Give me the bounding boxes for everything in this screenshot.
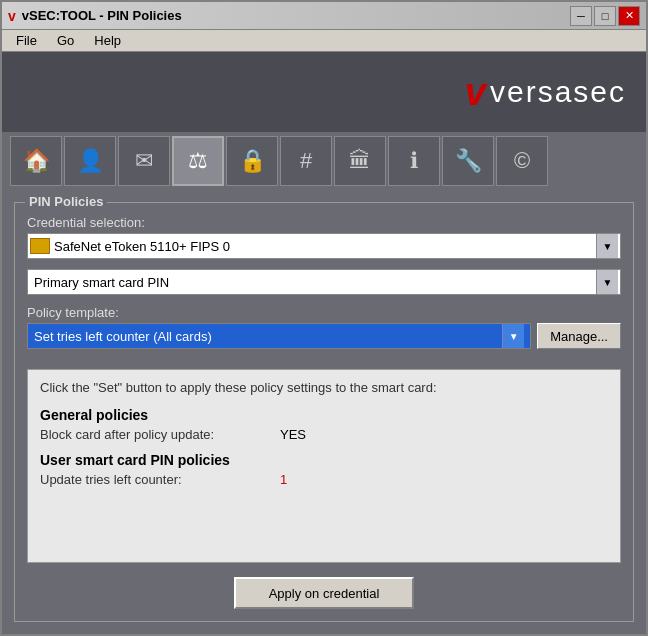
policy-template-inner[interactable]: Set tries left counter (All cards) ▼ [27, 323, 531, 349]
block-card-label: Block card after policy update: [40, 427, 280, 442]
update-tries-row: Update tries left counter: 1 [40, 472, 608, 487]
pin-type-row: Primary smart card PIN ▼ [27, 269, 621, 295]
title-bar: v vSEC:TOOL - PIN Policies ─ □ ✕ [2, 2, 646, 30]
info-box: Click the "Set" button to apply these po… [27, 369, 621, 563]
policy-template-dropdown-arrow[interactable]: ▼ [502, 324, 524, 348]
user-pin-title: User smart card PIN policies [40, 452, 608, 468]
info-instruction: Click the "Set" button to apply these po… [40, 380, 608, 395]
toolbar-home[interactable]: 🏠 [10, 136, 62, 186]
pin-type-value: Primary smart card PIN [30, 275, 596, 290]
close-button[interactable]: ✕ [618, 6, 640, 26]
block-card-row: Block card after policy update: YES [40, 427, 608, 442]
credential-value: SafeNet eToken 5110+ FIPS 0 [54, 239, 596, 254]
policy-template-section: Policy template: Set tries left counter … [27, 305, 621, 359]
window-title: vSEC:TOOL - PIN Policies [22, 8, 182, 23]
main-window: v vSEC:TOOL - PIN Policies ─ □ ✕ File Go… [0, 0, 648, 636]
credential-selection-row: Credential selection: SafeNet eToken 511… [27, 215, 621, 259]
toolbar-mail[interactable]: ✉ [118, 136, 170, 186]
toolbar-tools[interactable]: 🔧 [442, 136, 494, 186]
policy-template-label: Policy template: [27, 305, 621, 320]
menu-bar: File Go Help [2, 30, 646, 52]
toolbar-keyboard[interactable]: # [280, 136, 332, 186]
credential-selection-label: Credential selection: [27, 215, 621, 230]
pin-type-select[interactable]: Primary smart card PIN ▼ [27, 269, 621, 295]
toolbar-about[interactable]: © [496, 136, 548, 186]
apply-on-credential-button[interactable]: Apply on credential [234, 577, 414, 609]
toolbar-bank[interactable]: 🏛 [334, 136, 386, 186]
credential-select[interactable]: SafeNet eToken 5110+ FIPS 0 ▼ [27, 233, 621, 259]
toolbar-policy[interactable]: ⚖ [172, 136, 224, 186]
logo: v versasec [465, 73, 626, 111]
pin-type-dropdown-arrow[interactable]: ▼ [596, 270, 618, 294]
manage-button[interactable]: Manage... [537, 323, 621, 349]
title-bar-left: v vSEC:TOOL - PIN Policies [8, 8, 182, 24]
general-policies-title: General policies [40, 407, 608, 423]
minimize-button[interactable]: ─ [570, 6, 592, 26]
update-tries-value: 1 [280, 472, 287, 487]
toolbar-lock[interactable]: 🔒 [226, 136, 278, 186]
update-tries-label: Update tries left counter: [40, 472, 280, 487]
pin-policies-group: PIN Policies Credential selection: SafeN… [14, 202, 634, 622]
maximize-button[interactable]: □ [594, 6, 616, 26]
menu-help[interactable]: Help [84, 31, 131, 50]
credential-dropdown-arrow[interactable]: ▼ [596, 234, 618, 258]
group-legend: PIN Policies [25, 194, 107, 209]
block-card-value: YES [280, 427, 306, 442]
general-policies-section: General policies Block card after policy… [40, 407, 608, 442]
policy-template-value: Set tries left counter (All cards) [34, 329, 502, 344]
toolbar: 🏠 👤 ✉ ⚖ 🔒 # 🏛 ℹ 🔧 © [2, 132, 646, 190]
logo-text: versasec [490, 75, 626, 109]
toolbar-info[interactable]: ℹ [388, 136, 440, 186]
menu-file[interactable]: File [6, 31, 47, 50]
toolbar-user[interactable]: 👤 [64, 136, 116, 186]
title-controls: ─ □ ✕ [570, 6, 640, 26]
menu-go[interactable]: Go [47, 31, 84, 50]
token-icon [30, 238, 50, 254]
header-area: v versasec [2, 52, 646, 132]
logo-v: v [465, 73, 486, 111]
policy-template-select[interactable]: Set tries left counter (All cards) ▼ [27, 323, 531, 349]
apply-btn-row: Apply on credential [27, 577, 621, 609]
content-area: PIN Policies Credential selection: SafeN… [2, 190, 646, 634]
app-icon: v [8, 8, 16, 24]
policy-template-row: Set tries left counter (All cards) ▼ Man… [27, 323, 621, 349]
user-pin-section: User smart card PIN policies Update trie… [40, 452, 608, 487]
